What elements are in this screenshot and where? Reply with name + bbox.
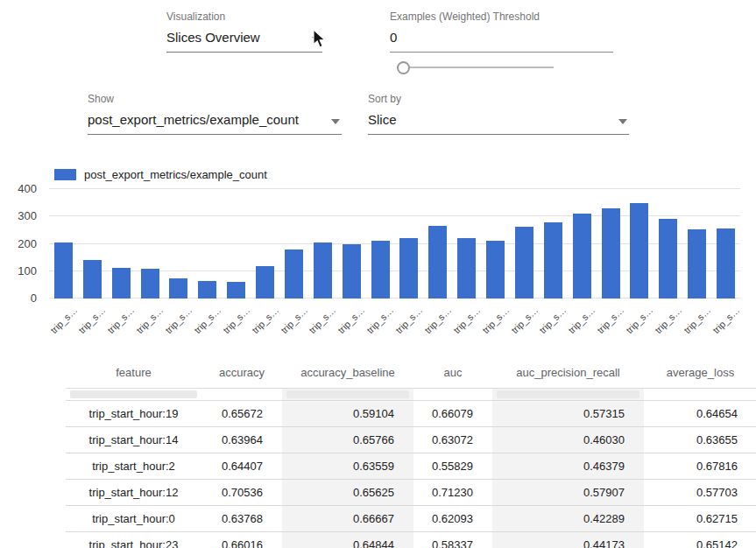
cell-metric: 0.71230 xyxy=(413,480,492,506)
visualization-label: Visualization xyxy=(166,11,322,23)
table-header-row: featureaccuracyaccuracy_baselineaucauc_p… xyxy=(66,357,756,389)
slider-track[interactable] xyxy=(397,67,554,68)
cell-feature: trip_start_hour:19 xyxy=(66,401,201,427)
table-row[interactable]: trip_start_hour:230.660160.648440.583370… xyxy=(66,532,756,548)
filter-cell xyxy=(282,389,413,401)
table-row[interactable]: trip_start_hour:190.656720.591040.660790… xyxy=(66,401,756,427)
show-dropdown[interactable]: post_export_metrics/example_count xyxy=(88,107,342,135)
column-header-auc[interactable]: auc xyxy=(413,357,492,389)
column-header-average_loss[interactable]: average_loss xyxy=(644,357,756,389)
bar[interactable] xyxy=(54,242,73,299)
bar[interactable] xyxy=(573,214,591,299)
table-row[interactable]: trip_start_hour:00.637680.666670.620930.… xyxy=(66,506,756,532)
x-tick-slot: trip_s… xyxy=(597,300,625,341)
filter-input[interactable] xyxy=(497,390,639,398)
cell-metric: 0.64844 xyxy=(282,532,413,548)
mouse-cursor xyxy=(311,29,327,50)
threshold-label: Examples (Weighted) Threshold xyxy=(390,11,613,23)
bar-slot xyxy=(78,189,107,299)
sort-by-dropdown[interactable]: Slice xyxy=(368,107,629,135)
bar[interactable] xyxy=(112,268,131,299)
x-tick-slot: trip_s… xyxy=(337,300,366,341)
bar[interactable] xyxy=(169,278,187,299)
threshold-input[interactable]: 0 xyxy=(390,25,613,53)
bar[interactable] xyxy=(457,238,476,299)
bar[interactable] xyxy=(717,228,735,299)
x-tick-slot: trip_s… xyxy=(366,300,395,341)
x-tick-label: trip_s… xyxy=(682,305,712,335)
table-row[interactable]: trip_start_hour:120.705360.656250.712300… xyxy=(66,480,756,506)
bar[interactable] xyxy=(141,269,159,299)
bar[interactable] xyxy=(602,208,620,299)
table-row[interactable]: trip_start_hour:140.639640.657660.630720… xyxy=(66,427,756,453)
x-tick-label: trip_s… xyxy=(134,305,165,335)
filter-input[interactable] xyxy=(70,390,197,398)
cell-metric: 0.65766 xyxy=(282,427,413,453)
bar-slot xyxy=(251,189,279,299)
cell-metric: 0.44173 xyxy=(492,532,644,548)
threshold-slider[interactable] xyxy=(395,60,554,74)
bar[interactable] xyxy=(544,222,562,299)
bar-slot xyxy=(107,189,136,299)
bar[interactable] xyxy=(659,219,677,299)
y-tick-label: 100 xyxy=(18,264,37,278)
bar[interactable] xyxy=(343,244,361,299)
bar-slot xyxy=(654,189,682,299)
x-tick-label: trip_s… xyxy=(422,305,453,335)
cell-metric: 0.46379 xyxy=(492,453,644,480)
column-header-accuracy_baseline[interactable]: accuracy_baseline xyxy=(282,357,413,389)
slider-knob[interactable] xyxy=(397,61,410,74)
bar[interactable] xyxy=(314,242,332,299)
x-tick-label: trip_s… xyxy=(221,305,251,335)
cell-metric: 0.62715 xyxy=(644,506,756,532)
x-tick-slot: trip_s… xyxy=(222,300,251,341)
bar[interactable] xyxy=(515,227,533,299)
x-tick-slot: trip_s… xyxy=(481,300,510,341)
bar[interactable] xyxy=(428,226,447,299)
bar[interactable] xyxy=(486,241,505,299)
visualization-dropdown[interactable]: Slices Overview xyxy=(166,25,322,53)
bar-slot xyxy=(193,189,222,299)
bar[interactable] xyxy=(630,203,648,299)
x-tick-slot: trip_s… xyxy=(279,300,308,341)
bar-slot xyxy=(366,189,395,299)
x-tick-label: trip_s… xyxy=(393,305,424,335)
bar-slot xyxy=(222,189,251,299)
chevron-down-icon xyxy=(331,119,340,124)
x-tick-label: trip_s… xyxy=(192,305,223,335)
cell-feature: trip_start_hour:0 xyxy=(66,506,201,532)
bar[interactable] xyxy=(83,260,102,299)
x-tick-label: trip_s… xyxy=(624,305,654,335)
cell-metric: 0.55829 xyxy=(413,453,492,480)
column-header-feature[interactable]: feature xyxy=(66,357,201,389)
x-tick-slot: trip_s… xyxy=(308,300,337,341)
x-tick-label: trip_s… xyxy=(509,305,540,335)
bar[interactable] xyxy=(688,229,706,299)
y-tick-label: 200 xyxy=(18,237,37,250)
cell-metric: 0.66667 xyxy=(282,506,413,532)
bar-slot xyxy=(625,189,654,299)
x-tick-label: trip_s… xyxy=(336,305,366,335)
legend-swatch xyxy=(54,169,76,180)
bar[interactable] xyxy=(399,238,418,299)
bar[interactable] xyxy=(227,282,245,299)
bar-slot xyxy=(452,189,481,299)
column-header-auc_precision_recall[interactable]: auc_precision_recall xyxy=(492,357,644,389)
table-row[interactable]: trip_start_hour:20.644070.635590.558290.… xyxy=(66,453,756,480)
show-value: post_export_metrics/example_count xyxy=(88,112,299,127)
cell-metric: 0.59104 xyxy=(282,401,413,427)
bar[interactable] xyxy=(371,241,390,299)
bar-slot xyxy=(337,189,366,299)
column-header-accuracy[interactable]: accuracy xyxy=(201,357,282,389)
cell-metric: 0.63072 xyxy=(413,427,492,453)
metrics-table: featureaccuracyaccuracy_baselineaucauc_p… xyxy=(66,357,756,548)
bar[interactable] xyxy=(256,266,274,299)
cell-metric: 0.70536 xyxy=(201,480,282,506)
bar[interactable] xyxy=(285,249,303,299)
cell-metric: 0.63964 xyxy=(201,427,282,453)
bar[interactable] xyxy=(198,281,216,299)
x-tick-slot: trip_s… xyxy=(78,300,107,341)
bar-slot xyxy=(539,189,568,299)
filter-input[interactable] xyxy=(286,390,409,398)
table-body: trip_start_hour:190.656720.591040.660790… xyxy=(66,401,756,548)
